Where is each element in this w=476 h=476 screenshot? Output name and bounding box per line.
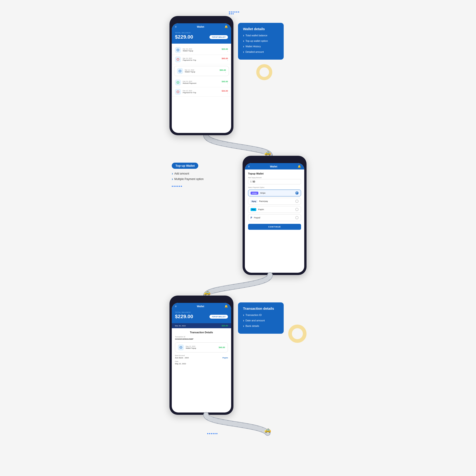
tx-icon-1 (175, 47, 181, 53)
tx-date-1: Mar 28, 2022 (183, 48, 221, 50)
paytm-radio (295, 208, 299, 211)
payment-stripe[interactable]: stripe Stripe (248, 189, 301, 196)
tx-chevron-3: › (225, 71, 226, 73)
tx-info-3: Mar 12, 2022 Wallet Topup (185, 69, 220, 73)
date-section: Date May 22, 2022 (175, 361, 228, 365)
tx-chevron-2: › (227, 60, 228, 62)
selected-tx-header: Mar 28, 2022 $20.00 (172, 323, 231, 328)
section2-info: Top-up Wallet Add amount Multiple Paymen… (170, 156, 243, 187)
phone-2: ≡ Wallet 🔔 Topup Wallet Add Topup Amount… (243, 156, 306, 275)
bank-row: Axis Bank - 2004 Paytm (175, 357, 228, 359)
transaction-item-4[interactable]: Feb 19, 2022 Refund Payment $40.00 › (172, 78, 231, 87)
tx-date-3: Mar 12, 2022 (185, 69, 220, 71)
selected-tx-amount: $20.00 (221, 324, 228, 327)
paypal-logo: P (251, 217, 252, 219)
phone-header-title-3: Wallet (177, 305, 224, 308)
topup-tag: Top-up Wallet (172, 163, 198, 169)
bell-icon: 🔔 (224, 25, 228, 28)
payment-razorpay[interactable]: Rpay Razorpay (248, 198, 301, 205)
balance-row-3: $229.00 TOPUP WALLET (175, 314, 228, 320)
tx-date-5: Feb 15, 2022 (183, 90, 221, 92)
phone-notch-3 (191, 298, 212, 302)
tx-amount-1: $20.00 (221, 48, 228, 50)
car-icon-1: 🚕 (264, 149, 271, 156)
yellow-circle-1 (256, 64, 272, 80)
paytm-name: Paytm (258, 208, 295, 211)
balance-label-3: TOTAL BALANCE (175, 312, 228, 313)
tx-detail-amount: $40.00 (219, 346, 225, 349)
tx-detail-icon (178, 344, 184, 350)
bell-icon-3: 🔔 (224, 305, 228, 308)
tx-icon-2 (175, 56, 181, 62)
tx-detail-name: Wallet Topup (186, 347, 219, 349)
road-section-2: 🚕 (170, 275, 306, 296)
info-panel-3-container: Transaction details Transaction ID Date … (233, 296, 306, 334)
payment-paypal[interactable]: P Paypal (248, 214, 301, 221)
phone-2-wrapper: ≡ Wallet 🔔 Topup Wallet Add Topup Amount… (243, 156, 306, 275)
tx-detail-screen: Transaction Details Transaction ID GH320… (172, 328, 231, 368)
info-panel-1: Wallet details Total wallet balance Top-… (238, 23, 284, 60)
tx-name-2: Payment for Trip (183, 59, 221, 61)
phone-header-3: ≡ Wallet 🔔 (172, 303, 231, 309)
bank-name: Axis Bank - 2004 (175, 357, 189, 359)
yellow-circle-3 (288, 324, 306, 343)
paypal-radio (295, 216, 299, 219)
car-icon-3: 🚕 (264, 427, 271, 433)
tx-info-4: Feb 19, 2022 Refund Payment (183, 81, 221, 84)
phone-screen-3: ≡ Wallet 🔔 TOTAL BALANCE $229.00 TOPUP W… (172, 303, 231, 412)
phone-notch-2 (264, 158, 285, 162)
transaction-item-3[interactable]: Mar 12, 2022 Wallet Topup $90.00 › (174, 66, 229, 76)
payment-paytm[interactable]: Ptm Paytm (248, 206, 301, 213)
tx-amount-row-5: $34.00 › (221, 90, 228, 94)
phone-notch-1 (191, 18, 212, 22)
tx-amount-row-3: $90.00 › (220, 69, 226, 73)
tx-date-2: Mar 24, 2022 (183, 58, 221, 59)
info-feature-1: Total wallet balance (243, 34, 279, 37)
transaction-item-1[interactable]: Mar 28, 2022 Wallet Topup $20.00 › (172, 45, 231, 55)
wallet-balance-3: TOTAL BALANCE $229.00 TOPUP WALLET (172, 309, 231, 323)
tx-name-1: Wallet Topup (183, 50, 221, 52)
wallet-balance-1: TOTAL BALANCE $229.00 TOPUP WALLET (172, 30, 231, 44)
info-panel-1-title: Wallet details (243, 27, 279, 31)
hamburger-icon-2: ≡ (248, 165, 250, 168)
info-feature-bank: Bank details (243, 324, 279, 328)
info-feature-tx-id: Transaction ID (243, 313, 279, 317)
info-feature-4: Detailed amount (243, 50, 279, 54)
continue-button[interactable]: CONTINUE (248, 224, 301, 230)
phone-screen-2: ≡ Wallet 🔔 Topup Wallet Add Topup Amount… (245, 163, 304, 273)
tx-icon-3 (177, 68, 183, 74)
tx-date-4: Feb 19, 2022 (183, 81, 221, 82)
hamburger-icon: ≡ (175, 25, 177, 28)
info-feature-date-amount: Date and amount (243, 319, 279, 322)
date-value: May 22, 2022 (175, 363, 228, 365)
tx-detail-info: May 22, 2022 Wallet Topup (186, 346, 219, 349)
tx-chevron-1: › (227, 50, 228, 52)
bank-section: Bank Account Axis Bank - 2004 Paytm (175, 355, 228, 359)
dots-decoration-bottom (207, 433, 223, 434)
road-section-1: 🚕 (170, 135, 306, 156)
tx-amount-2: $65.00 (221, 57, 228, 60)
topup-amount-field[interactable]: S 50 (248, 179, 301, 184)
bank-label: Bank Account (175, 355, 228, 356)
tx-name-3: Wallet Topup (185, 71, 220, 73)
section2: Top-up Wallet Add amount Multiple Paymen… (170, 156, 306, 275)
dots-decoration-1 (229, 11, 240, 14)
phone-header-2: ≡ Wallet 🔔 (245, 163, 304, 170)
topup-wallet-button-3[interactable]: TOPUP WALLET (209, 315, 228, 319)
road-svg-1 (170, 135, 306, 156)
phone-header-1: ≡ Wallet 🔔 (172, 23, 231, 30)
balance-row-1: $229.00 TOPUP WALLET (175, 34, 228, 40)
phone-3-wrapper: ≡ Wallet 🔔 TOTAL BALANCE $229.00 TOPUP W… (170, 296, 233, 415)
transaction-item-5[interactable]: Feb 15, 2022 Payment for Trip $34.00 › (172, 87, 231, 97)
info-feature-2: Top-up wallet option (243, 39, 279, 43)
stripe-name: Stripe (260, 192, 295, 194)
tx-amount-row-4: $40.00 › (221, 80, 228, 85)
tx-detail-card: May 22, 2022 Wallet Topup $40.00 (175, 342, 228, 352)
razorpay-radio (295, 200, 299, 203)
info-panel-3-title: Transaction details (243, 306, 279, 310)
tx-icon-4 (175, 80, 181, 85)
topup-title: Topup Wallet (248, 172, 301, 175)
topup-wallet-button-1[interactable]: TOPUP WALLET (209, 35, 228, 39)
transaction-item-2[interactable]: Mar 24, 2022 Payment for Trip $65.00 › (172, 55, 231, 64)
section3: ≡ Wallet 🔔 TOTAL BALANCE $229.00 TOPUP W… (170, 296, 306, 415)
